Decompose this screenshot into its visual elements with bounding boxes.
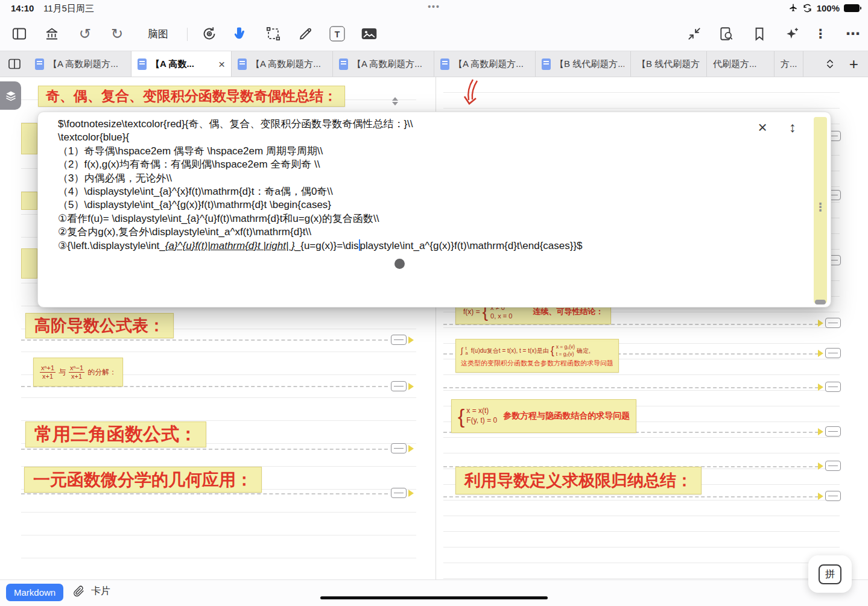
fraction-1: xⁿ+1 x+1 xyxy=(40,364,55,380)
card-icon xyxy=(825,318,841,328)
auto-settings-icon[interactable] xyxy=(201,26,218,42)
layers-handle[interactable] xyxy=(0,81,21,110)
pen-tool-icon[interactable] xyxy=(297,26,314,42)
resize-vertical-icon[interactable]: ↕ xyxy=(784,118,802,136)
note-card-marker[interactable] xyxy=(818,382,841,392)
note-card-marker[interactable] xyxy=(391,335,414,345)
sync-icon xyxy=(802,3,813,13)
text-tool-icon[interactable]: T xyxy=(330,27,345,42)
note-fragment[interactable] xyxy=(21,192,37,210)
tab-doc-8[interactable]: 代刷题方... xyxy=(707,51,775,77)
editor-current-line: ③{\left.\displaystyle\int_{a}^{u}f(t)|ma… xyxy=(58,239,782,253)
tab-close-icon[interactable]: × xyxy=(218,58,225,70)
parametric-label: 参数方程与隐函数结合的求导问题 xyxy=(503,411,630,421)
tab-doc-1[interactable]: 【A 高数刷题方... xyxy=(29,51,131,77)
pointer-tool-icon[interactable] xyxy=(233,26,250,42)
status-bar: 14:10 11月5日周三 ••• 100% xyxy=(0,0,868,17)
document-icon xyxy=(138,58,147,70)
derivative-limit-note[interactable]: 利用导数定义求极限归纳总结： xyxy=(455,467,702,494)
collapse-stepper-icon[interactable] xyxy=(392,97,398,106)
pinyin-key-glyph: 拼 xyxy=(819,564,841,584)
note-card-marker[interactable] xyxy=(818,318,841,328)
section-divider xyxy=(21,339,388,341)
image-tool-icon[interactable] xyxy=(361,26,378,42)
battery-percent: 100% xyxy=(817,3,840,13)
section-divider xyxy=(443,387,819,388)
panes-icon[interactable] xyxy=(0,51,29,77)
parametric-note[interactable]: { x = x(t) F(y, t) = 0 参数方程与隐函数结合的求导问题 xyxy=(451,399,636,433)
add-tab-button[interactable]: + xyxy=(849,56,858,72)
layers-icon xyxy=(5,90,17,102)
note-card-marker[interactable] xyxy=(818,348,841,358)
home-indicator[interactable] xyxy=(320,596,548,599)
note-card-marker[interactable] xyxy=(391,381,414,391)
card-icon xyxy=(391,488,407,498)
tab-sort-icon[interactable] xyxy=(824,58,836,70)
card-icon xyxy=(825,461,841,471)
card-flag-icon xyxy=(818,462,823,470)
redo-icon[interactable]: ↻ xyxy=(111,27,123,41)
card-flag-icon xyxy=(818,383,823,391)
library-icon[interactable] xyxy=(44,26,60,42)
latex-editor[interactable]: $\footnotesize\textcolor{red}{奇、偶、复合、变限积… xyxy=(58,118,782,253)
tab-doc-2-active[interactable]: 【A 高数... × xyxy=(131,51,232,77)
note-card-marker[interactable] xyxy=(818,426,841,437)
card-icon xyxy=(825,426,841,437)
editor-scroll-strip[interactable]: ⋮ xyxy=(814,117,827,303)
tab-doc-6[interactable]: 【B 线代刷题方... xyxy=(536,51,631,77)
note-fragment[interactable] xyxy=(21,248,37,279)
piecewise-label: 连续、可导性结论： xyxy=(533,306,603,317)
mindmap-button[interactable]: 脑图 xyxy=(148,27,168,41)
status-time: 14:10 xyxy=(11,3,34,13)
bookmark-icon[interactable] xyxy=(752,26,767,42)
varlimit-formula: ∫ ta f(u)du复合t = t(x), t = t(x)是由 { x = … xyxy=(461,344,591,357)
tab-doc-4[interactable]: 【A 高数刷题方... xyxy=(333,51,434,77)
note-fragment[interactable] xyxy=(21,123,37,154)
card-icon xyxy=(391,335,407,345)
card-label: 卡片 xyxy=(91,585,110,598)
note-card-marker[interactable] xyxy=(391,443,414,453)
document-search-icon[interactable] xyxy=(718,26,734,42)
document-icon xyxy=(542,58,551,70)
toolbar-divider xyxy=(187,28,188,41)
note-card-marker[interactable] xyxy=(818,491,841,501)
trig-note[interactable]: 常用三角函数公式： xyxy=(25,421,206,447)
undo-icon[interactable]: ↺ xyxy=(79,27,91,41)
note-card-marker[interactable] xyxy=(818,461,841,471)
more-horizontal-icon[interactable]: ⋯ xyxy=(846,25,860,42)
tab-doc-9[interactable]: 方... xyxy=(775,51,803,77)
fraction-note[interactable]: xⁿ+1 x+1 与 xⁿ−1 x+1 的分解： xyxy=(33,358,123,387)
card-flag-icon xyxy=(408,336,414,344)
selection-tool-icon[interactable] xyxy=(265,26,282,42)
higher-order-note[interactable]: 高阶导数公式表： xyxy=(25,313,174,338)
tab-doc-5[interactable]: 【A 高数刷题方... xyxy=(434,51,536,77)
card-flag-icon xyxy=(818,350,823,357)
text-drag-handle[interactable] xyxy=(394,259,405,269)
more-vertical-icon[interactable]: ⋮ xyxy=(814,27,827,41)
drag-dots-icon[interactable]: ⋮ xyxy=(814,200,827,214)
summary-header-note[interactable]: 奇、偶、复合、变限积分函数导数奇偶性总结： xyxy=(38,86,345,107)
markdown-button[interactable]: Markdown xyxy=(6,584,63,601)
geometry-note[interactable]: 一元函数微分学的几何应用： xyxy=(24,467,262,493)
sidebar-toggle-icon[interactable] xyxy=(11,26,28,42)
ai-sparkle-icon[interactable] xyxy=(784,26,800,42)
main-toolbar: ↺ ↻ 脑图 T ⋮ ⋯ xyxy=(0,17,868,51)
tab-doc-3[interactable]: 【A 高数刷题方... xyxy=(232,51,333,77)
status-ellipsis[interactable]: ••• xyxy=(428,2,440,11)
fraction-2: xⁿ−1 x+1 xyxy=(69,364,84,380)
section-divider xyxy=(21,493,388,494)
close-icon[interactable]: × xyxy=(753,118,771,136)
card-icon xyxy=(391,381,407,391)
variable-limit-note[interactable]: ∫ ta f(u)du复合t = t(x), t = t(x)是由 { x = … xyxy=(455,339,619,373)
scrollbar-thumb[interactable] xyxy=(815,300,826,305)
card-flag-icon xyxy=(408,383,414,390)
note-card-marker[interactable] xyxy=(391,488,414,498)
collapse-icon[interactable] xyxy=(686,26,702,42)
pinyin-keyboard-button[interactable]: 拼 xyxy=(808,555,852,593)
document-icon xyxy=(35,58,44,70)
document-icon xyxy=(339,58,348,70)
battery-icon xyxy=(844,4,860,12)
card-attachment-button[interactable]: 卡片 xyxy=(72,585,110,598)
document-icon xyxy=(238,58,247,70)
tab-doc-7[interactable]: 【B 线代刷题方... xyxy=(631,51,707,77)
